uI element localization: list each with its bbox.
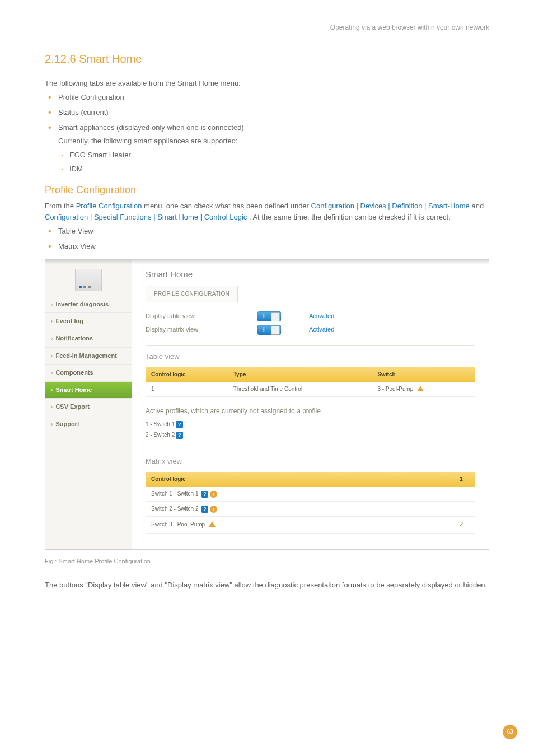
profiles-note: Active profiles, which are currently not…	[146, 406, 475, 417]
app-sidebar: › Inverter diagnosis › Event log › Notif…	[45, 260, 132, 549]
tab-profile-configuration[interactable]: PROFILE CONFIGURATION	[146, 286, 238, 302]
app-main: Smart Home PROFILE CONFIGURATION Display…	[132, 260, 489, 549]
screenshot-panel: › Inverter diagnosis › Event log › Notif…	[45, 259, 489, 550]
list-item: Smart appliances (displayed only when on…	[45, 122, 489, 175]
table-cell-text: Switch 1 - Switch 1	[151, 491, 198, 497]
warning-icon	[417, 386, 424, 391]
sidebar-item-feed-in-management[interactable]: › Feed-In Management	[45, 348, 132, 365]
closing-paragraph: The buttons "Display table view" and "Di…	[45, 580, 489, 591]
table-header: Switch	[372, 367, 475, 382]
toggle-status: Activated	[309, 311, 334, 321]
text-fragment: and	[471, 202, 484, 210]
table-cell-text: 3 - Pool-Pump	[377, 386, 413, 392]
info-icon[interactable]: i	[210, 506, 217, 513]
link-devices-definition: Configuration | Devices | Definition | S…	[311, 202, 470, 210]
figure-caption: Fig.: Smart Home Profile Configuration	[45, 557, 489, 567]
sidebar-item-csv-export[interactable]: › CSV Export	[45, 399, 132, 416]
warning-icon	[209, 521, 216, 527]
list-item: IDM	[58, 164, 489, 175]
link-control-logic: Configuration | Special Functions | Smar…	[45, 213, 247, 221]
profile-label: 1 - Switch 1	[146, 421, 175, 427]
profile-item: 2 - Switch 2?	[146, 431, 475, 440]
info-icon[interactable]: i	[210, 491, 217, 498]
list-item: Profile Configuration	[45, 92, 489, 104]
app-logo	[45, 260, 132, 296]
profile-view-bullets: Table View Matrix View	[45, 226, 489, 253]
text-fragment: From the	[45, 202, 76, 210]
sidebar-item-event-log[interactable]: › Event log	[45, 313, 132, 330]
table-cell: Switch 1 - Switch 1 ?i	[146, 487, 447, 502]
sidebar-item-label: Event log	[55, 318, 83, 324]
toggle-status: Activated	[309, 325, 334, 335]
help-icon[interactable]: ?	[176, 421, 183, 428]
table-row: 1 Threshold and Time Control 3 - Pool-Pu…	[146, 382, 475, 397]
table-cell: 3 - Pool-Pump	[372, 382, 475, 397]
text-fragment: menu, one can check what has been define…	[144, 202, 311, 210]
table-cell: ✓	[447, 516, 475, 533]
list-item: Table View	[45, 226, 489, 237]
check-icon: ✓	[458, 521, 464, 529]
matrix-view-heading: Matrix view	[146, 456, 475, 468]
page-title: Smart Home	[146, 268, 475, 281]
toggle-matrix-view[interactable]: I	[257, 325, 281, 335]
table-cell: Threshold and Time Control	[228, 382, 372, 397]
smart-home-bullets: Profile Configuration Status (current) S…	[45, 92, 489, 175]
table-header: Control logic	[146, 367, 228, 382]
table-cell: Switch 2 - Switch 2 ?i	[146, 501, 447, 516]
profile-config-paragraph: From the Profile Configuration menu, one…	[45, 200, 489, 224]
profile-item: 1 - Switch 1?	[146, 420, 475, 429]
table-cell	[447, 487, 475, 502]
list-item: Status (current)	[45, 107, 489, 119]
sidebar-item-components[interactable]: › Components	[45, 365, 132, 382]
sidebar-item-label: Support	[55, 421, 79, 427]
sidebar-item-label: Feed-In Management	[55, 352, 116, 359]
sidebar-item-label: Components	[55, 369, 93, 376]
table-header: 1	[447, 472, 475, 487]
matrix-view-table: Control logic 1 Switch 1 - Switch 1 ?i S…	[146, 472, 475, 534]
table-view-heading: Table view	[146, 351, 475, 363]
table-row: Switch 2 - Switch 2 ?i	[146, 501, 475, 516]
list-item: Matrix View	[45, 241, 489, 253]
sidebar-item-label: Smart Home	[55, 386, 92, 393]
section-heading: 2.12.6 Smart Home	[45, 50, 489, 68]
table-cell-text: Switch 2 - Switch 2	[151, 506, 198, 512]
toggle-label: Display table view	[146, 311, 229, 321]
list-item-text: Smart appliances (displayed only when on…	[58, 123, 244, 132]
sidebar-item-support[interactable]: › Support	[45, 416, 132, 433]
help-icon[interactable]: ?	[176, 432, 183, 439]
sidebar-item-label: CSV Export	[55, 403, 90, 410]
table-cell: 1	[146, 382, 228, 397]
table-row: Switch 3 - Pool-Pump ✓	[146, 516, 475, 533]
table-header: Type	[228, 367, 372, 382]
profile-config-heading: Profile Configuration	[45, 182, 489, 198]
sidebar-item-smart-home[interactable]: › Smart Home	[45, 382, 132, 399]
link-profile-config: Profile Configuration	[76, 202, 142, 210]
toggle-table-view-row: Display table view I Activated	[146, 311, 475, 321]
sidebar-item-label: Inverter diagnosis	[55, 301, 109, 307]
table-cell-text: Switch 3 - Pool-Pump	[151, 521, 205, 528]
sidebar-item-inverter-diagnosis[interactable]: › Inverter diagnosis	[45, 296, 132, 314]
help-icon[interactable]: ?	[201, 506, 208, 513]
sidebar-item-label: Notifications	[55, 335, 93, 342]
table-header: Control logic	[146, 472, 447, 487]
list-item-subtext: Currently, the following smart appliance…	[58, 136, 489, 147]
sub-list: EGO Smart Heater IDM	[58, 150, 489, 175]
text-fragment: . At the same time, the definition can b…	[249, 213, 451, 221]
table-view-table: Control logic Type Switch 1 Threshold an…	[146, 367, 475, 397]
tab-bar: PROFILE CONFIGURATION	[146, 286, 475, 302]
toggle-table-view[interactable]: I	[257, 311, 281, 321]
table-row: Switch 1 - Switch 1 ?i	[146, 487, 475, 502]
intro-text: The following tabs are available from th…	[45, 78, 489, 90]
help-icon[interactable]: ?	[201, 491, 208, 498]
table-cell: Switch 3 - Pool-Pump	[146, 516, 447, 533]
sidebar-item-notifications[interactable]: › Notifications	[45, 330, 132, 348]
table-cell	[447, 501, 475, 516]
list-item: EGO Smart Heater	[58, 150, 489, 161]
toggle-matrix-view-row: Display matrix view I Activated	[146, 325, 475, 335]
profile-label: 2 - Switch 2	[146, 432, 175, 438]
toggle-label: Display matrix view	[146, 325, 229, 335]
running-header: Operating via a web browser within your …	[45, 22, 489, 33]
